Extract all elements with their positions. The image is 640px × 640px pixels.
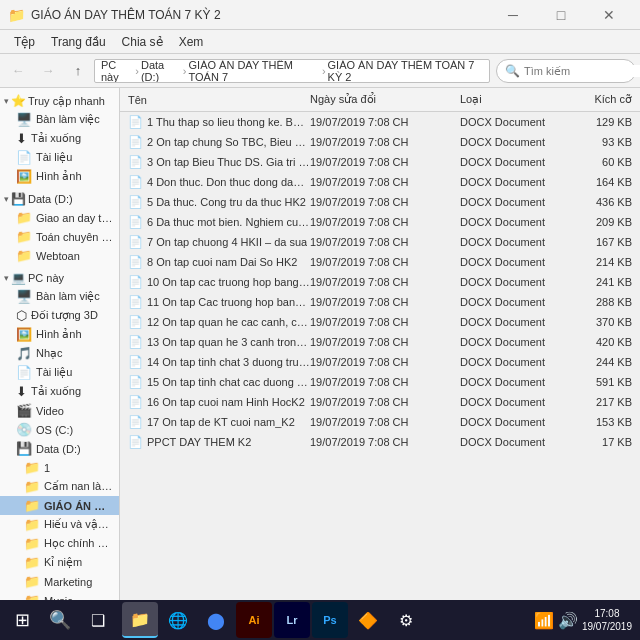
sidebar-section-quick-access[interactable]: ▾ ⭐ Truy cập nhanh [0,92,119,110]
file-size: 153 KB [570,416,640,428]
menu-home[interactable]: Trang đầu [43,33,114,51]
menu-share[interactable]: Chia sẻ [114,33,171,51]
sidebar-item-video[interactable]: 🎬 Video [0,401,119,420]
file-type: DOCX Document [460,296,570,308]
download-icon: ⬇ [16,131,27,146]
sidebar-item-taivexuong[interactable]: ⬇ Tải xuống [0,382,119,401]
file-date: 19/07/2019 7:08 CH [310,216,460,228]
sidebar-item-marketing[interactable]: 📁 Marketing [0,572,119,591]
sidebar-item-osc[interactable]: 💿 OS (C:) [0,420,119,439]
table-row[interactable]: 📄 4 Don thuc. Don thuc dong dang HK2 19/… [120,172,640,192]
dl-icon2: ⬇ [16,384,27,399]
sidebar-item-datad[interactable]: 💾 Data (D:) [0,439,119,458]
sidebar-item-banlamviec[interactable]: 🖥️ Bàn làm việc [0,287,119,306]
taskbar-photoshop[interactable]: Ps [312,602,348,638]
table-row[interactable]: 📄 PPCT DAY THEM K2 19/07/2019 7:08 CH DO… [120,432,640,452]
sidebar-item-hinhanh[interactable]: 🖼️ Hình ảnh [0,325,119,344]
table-row[interactable]: 📄 8 On tap cuoi nam Dai So HK2 19/07/201… [120,252,640,272]
pictures-icon: 🖼️ [16,169,32,184]
col-header-name[interactable]: Tên [120,94,310,106]
table-row[interactable]: 📄 7 On tap chuong 4 HKII – da sua 19/07/… [120,232,640,252]
sidebar-item-giao-an-active[interactable]: 📁 GIÁO ÁN DAY [0,496,119,515]
sidebar-item-webtoan[interactable]: 📁 Webtoan [0,246,119,265]
sidebar-item-tailieu[interactable]: 📄 Tài liệu [0,363,119,382]
table-row[interactable]: 📄 12 On tap quan he cac canh, cac duong … [120,312,640,332]
column-headers: Tên Ngày sửa đổi Loại Kích cỡ [120,88,640,112]
taskbar-app-circle[interactable]: ⚙ [388,602,424,638]
taskbar-edge[interactable]: 🌐 [160,602,196,638]
sidebar-item-3d[interactable]: ⬡ Đối tượng 3D [0,306,119,325]
table-row[interactable]: 📄 5 Da thuc. Cong tru da thuc HK2 19/07/… [120,192,640,212]
sidebar-section-data[interactable]: ▾ 💾 Data (D:) [0,190,119,208]
table-row[interactable]: 📄 16 On tap cuoi nam Hinh HocK2 19/07/20… [120,392,640,412]
table-row[interactable]: 📄 15 On tap tinh chat cac duong dong quy… [120,372,640,392]
sidebar-item-sub-1[interactable]: 📁 1 [0,458,119,477]
sidebar-item-toan-chuyen[interactable]: 📁 Toán chuyên 9 v.. [0,227,119,246]
file-date: 19/07/2019 7:08 CH [310,276,460,288]
table-row[interactable]: 📄 10 On tap cac truong hop bang nhau cua… [120,272,640,292]
close-button[interactable]: ✕ [586,0,632,30]
disk-c-icon: 💿 [16,422,32,437]
table-row[interactable]: 📄 11 On tap Cac truong hop bang nhau cua… [120,292,640,312]
taskbar-explorer[interactable]: 📁 [122,602,158,638]
taskbar-lightroom[interactable]: Lr [274,602,310,638]
menu-view[interactable]: Xem [171,33,212,51]
table-row[interactable]: 📄 6 Da thuc mot bien. Nghiem cua da thuc… [120,212,640,232]
minimize-button[interactable]: ─ [490,0,536,30]
back-button[interactable]: ← [4,57,32,85]
sidebar-item-pictures[interactable]: 🖼️ Hình ảnh [0,167,119,186]
task-view-button[interactable]: ❑ [80,602,116,638]
file-date: 19/07/2019 7:08 CH [310,196,460,208]
file-name: 8 On tap cuoi nam Dai So HK2 [147,256,297,268]
tray-volume-icon[interactable]: 🔊 [558,611,578,630]
up-button[interactable]: ↑ [64,57,92,85]
col-header-date[interactable]: Ngày sửa đổi [310,93,460,106]
sidebar-item-cam-nan[interactable]: 📁 Cẩm nan làm n.. [0,477,119,496]
file-type: DOCX Document [460,376,570,388]
menu-file[interactable]: Tệp [6,33,43,51]
tray-network-icon[interactable]: 📶 [534,611,554,630]
file-size: 241 KB [570,276,640,288]
maximize-button[interactable]: □ [538,0,584,30]
breadcrumb-pc[interactable]: PC này [101,59,133,83]
file-list: Tên Ngày sửa đổi Loại Kích cỡ 📄 1 Thu th… [120,88,640,616]
taskbar-illustrator[interactable]: Ai [236,602,272,638]
title-bar: 📁 GIÁO ÁN DAY THÊM TOÁN 7 KỲ 2 ─ □ ✕ [0,0,640,30]
table-row[interactable]: 📄 13 On tap quan he 3 canh trong tam gia… [120,332,640,352]
file-list-scroll[interactable]: 📄 1 Thu thap so lieu thong ke. Bang tan … [120,112,640,616]
chevron-icon: ▾ [4,96,9,106]
breadcrumb-data[interactable]: Data (D:) [141,59,181,83]
col-header-type[interactable]: Loại [460,93,570,106]
file-name: 6 Da thuc mot bien. Nghiem cua da thuc .… [147,216,310,228]
taskbar-chrome[interactable]: ⬤ [198,602,234,638]
table-row[interactable]: 📄 3 On tap Bieu Thuc DS. Gia tri cua BTD… [120,152,640,172]
taskbar-app-orange[interactable]: 🔶 [350,602,386,638]
search-input[interactable] [524,65,640,77]
breadcrumb-folder2[interactable]: GIÁO ÁN DAY THÊM TOÁN 7 KỲ 2 [328,59,483,83]
forward-button[interactable]: → [34,57,62,85]
table-row[interactable]: 📄 17 On tap de KT cuoi nam_K2 19/07/2019… [120,412,640,432]
start-button[interactable]: ⊞ [4,602,40,638]
tray-clock[interactable]: 17:08 19/07/2019 [582,607,632,633]
sidebar-item-hieu[interactable]: 📁 Hiểu và vận dụ.. [0,515,119,534]
taskbar: ⊞ 🔍 ❑ 📁 🌐 ⬤ Ai Lr Ps 🔶 ⚙ 📶 🔊 17:08 19/07… [0,600,640,640]
table-row[interactable]: 📄 1 Thu thap so lieu thong ke. Bang tan … [120,112,640,132]
taskbar-search-button[interactable]: 🔍 [42,602,78,638]
sidebar-item-hoc[interactable]: 📁 Học chính sửa .. [0,534,119,553]
sidebar-item-giao-an[interactable]: 📁 Giao an day ther [0,208,119,227]
file-size: 591 KB [570,376,640,388]
address-bar[interactable]: PC này › Data (D:) › GIÁO ÁN DAY THÊM TO… [94,59,490,83]
sidebar-item-downloads[interactable]: ⬇ Tải xuống [0,129,119,148]
sidebar-item-nhac[interactable]: 🎵 Nhạc [0,344,119,363]
sidebar-section-this-pc[interactable]: ▾ 💻 PC này [0,269,119,287]
sidebar-item-documents[interactable]: 📄 Tài liệu [0,148,119,167]
col-header-size[interactable]: Kích cỡ [570,93,640,106]
table-row[interactable]: 📄 2 On tap chung So TBC, Bieu Do HK2 19/… [120,132,640,152]
file-date: 19/07/2019 7:08 CH [310,236,460,248]
table-row[interactable]: 📄 14 On tap tinh chat 3 duong trung tuye… [120,352,640,372]
file-type: DOCX Document [460,416,570,428]
sidebar-item-ki-niem[interactable]: 📁 Kỉ niệm [0,553,119,572]
search-box[interactable]: 🔍 [496,59,636,83]
breadcrumb-folder1[interactable]: GIÁO ÁN DAY THÊM TOÁN 7 [189,59,320,83]
sidebar-item-desktop[interactable]: 🖥️ Bàn làm việc [0,110,119,129]
